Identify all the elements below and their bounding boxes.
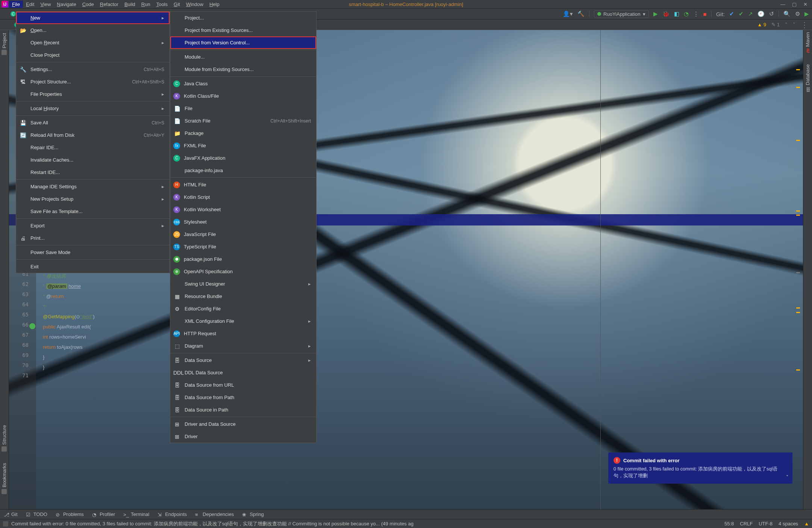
file-menu-save-file-as-template-[interactable]: Save File as Template... [16, 205, 170, 218]
file-menu-project-structure-[interactable]: 🏗Project Structure...Ctrl+Alt+Shift+S [16, 76, 170, 88]
new-menu-kotlin-script[interactable]: KKotlin Script [170, 191, 316, 203]
profile-button[interactable]: ◔ [684, 11, 689, 17]
file-menu-new[interactable]: New▸ [16, 12, 170, 24]
new-menu-project-[interactable]: Project... [170, 12, 316, 24]
new-menu-data-source-from-path[interactable]: 🗄Data Source from Path [170, 391, 316, 404]
file-menu-reload-all-from-disk[interactable]: 🔄Reload All from DiskCtrl+Alt+Y [16, 129, 170, 141]
debug-button[interactable]: 🐞 [662, 11, 670, 17]
file-menu-exit[interactable]: Exit [16, 260, 170, 273]
menu-tools[interactable]: Tools [153, 1, 171, 8]
file-menu-open-recent[interactable]: Open Recent▸ [16, 36, 170, 49]
new-menu-xml-configuration-file[interactable]: XML Configuration File▸ [170, 315, 316, 327]
file-menu-restart-ide-[interactable]: Restart IDE... [16, 166, 170, 179]
line-ending[interactable]: CRLF [740, 521, 753, 526]
git-history-button[interactable]: 🕘 [757, 11, 765, 17]
new-menu-typescript-file[interactable]: TSTypeScript File [170, 241, 316, 253]
new-submenu[interactable]: Project...Project from Existing Sources.… [170, 11, 317, 443]
warning-icon[interactable]: ▲ [804, 521, 809, 526]
chevron-up-icon[interactable]: ˄ [785, 22, 788, 27]
error-stripe[interactable] [796, 60, 800, 502]
tool-problems[interactable]: ⊘Problems [56, 511, 84, 517]
new-menu-scratch-file[interactable]: 📄Scratch FileCtrl+Alt+Shift+Insert [170, 115, 316, 127]
tool-structure[interactable]: Structure [2, 425, 7, 452]
tool-bookmarks[interactable]: Bookmarks [2, 463, 7, 494]
file-menu-file-properties[interactable]: File Properties▸ [16, 88, 170, 100]
git-revert-button[interactable]: ↺ [769, 11, 774, 17]
caret-position[interactable]: 55:8 [724, 521, 734, 526]
chevron-down-icon[interactable]: ˅ [786, 474, 789, 480]
file-menu-repair-ide-[interactable]: Repair IDE... [16, 141, 170, 154]
new-menu-stylesheet[interactable]: cssStylesheet [170, 216, 316, 228]
warnings-badge[interactable]: ▲ 9 [757, 22, 766, 27]
menu-help[interactable]: Help [206, 1, 223, 8]
settings-button[interactable]: ⚙ [795, 11, 800, 17]
close-button[interactable]: ✕ [803, 2, 807, 7]
new-menu-swing-ui-designer[interactable]: Swing UI Designer▸ [170, 278, 316, 290]
file-menu-power-save-mode[interactable]: Power Save Mode [16, 246, 170, 259]
play-services-icon[interactable]: ▶ [804, 11, 809, 17]
file-menu-close-project[interactable]: Close Project [16, 49, 170, 61]
tool-maven[interactable]: mMaven [805, 32, 810, 53]
new-menu-package-json-file[interactable]: ⬢package.json File [170, 253, 316, 265]
tool-database[interactable]: 🗄Database [805, 64, 810, 92]
file-menu-manage-ide-settings[interactable]: Manage IDE Settings▸ [16, 180, 170, 193]
git-update-button[interactable]: ✔ [729, 11, 734, 17]
file-menu-export[interactable]: Export▸ [16, 219, 170, 232]
new-menu-fxml-file[interactable]: fxFXML File [170, 139, 316, 152]
tabs-more-icon[interactable]: ⋮ [801, 20, 808, 29]
menu-edit[interactable]: Edit [23, 1, 37, 8]
more-run-icon[interactable]: ⋮ [693, 11, 699, 17]
new-menu-editorconfig-file[interactable]: ⚙EditorConfig File [170, 303, 316, 315]
new-menu-driver-and-data-source[interactable]: ⊞Driver and Data Source [170, 418, 316, 430]
git-push-button[interactable]: ↗ [748, 11, 753, 17]
search-button[interactable]: 🔍 [783, 11, 791, 17]
coverage-button[interactable]: ◧ [674, 11, 679, 17]
new-menu-diagram[interactable]: ⬚Diagram▸ [170, 340, 316, 352]
new-menu-html-file[interactable]: HHTML File [170, 179, 316, 191]
chevron-down-icon[interactable]: ˅ [793, 22, 795, 27]
encoding[interactable]: UTF-8 [759, 521, 773, 526]
gutter-mark-icon[interactable] [29, 323, 35, 329]
menu-window[interactable]: Window [183, 1, 206, 8]
file-menu-save-all[interactable]: 💾Save AllCtrl+S [16, 116, 170, 129]
new-menu-module-from-existing-sources-[interactable]: Module from Existing Sources... [170, 63, 316, 76]
new-menu-package-info-java[interactable]: package-info.java [170, 164, 316, 177]
tool-todo[interactable]: ☑TODO [26, 511, 47, 517]
menu-run[interactable]: Run [138, 1, 153, 8]
menu-view[interactable]: View [37, 1, 54, 8]
file-menu-local-history[interactable]: Local History▸ [16, 102, 170, 115]
new-menu-javascript-file[interactable]: JSJavaScript File [170, 228, 316, 241]
stop-button[interactable]: ■ [703, 11, 707, 17]
new-menu-package[interactable]: 📁Package [170, 127, 316, 139]
tool-project[interactable]: Project [2, 33, 7, 55]
file-menu-open-[interactable]: 📂Open... [16, 24, 170, 36]
indent[interactable]: 4 spaces [779, 521, 798, 526]
new-menu-openapi-specification[interactable]: ⊕OpenAPI Specification [170, 265, 316, 278]
new-menu-file[interactable]: 📄File [170, 102, 316, 115]
tool-profiler[interactable]: ◔Profiler [92, 511, 115, 517]
run-button[interactable]: ▶ [653, 11, 658, 17]
user-icon[interactable]: 👤▾ [563, 11, 573, 17]
menu-code[interactable]: Code [79, 1, 97, 8]
tool-spring[interactable]: ❀Spring [242, 511, 264, 517]
menu-git[interactable]: Git [171, 1, 183, 8]
build-button[interactable]: 🔨 [577, 11, 585, 17]
new-menu-resource-bundle[interactable]: ▦Resource Bundle [170, 290, 316, 303]
new-menu-java-class[interactable]: CJava Class [170, 77, 316, 90]
minimize-button[interactable]: — [780, 2, 785, 7]
tool-terminal[interactable]: >_Terminal [123, 511, 149, 517]
notification-commit-error[interactable]: ! Commit failed with error 0 file commit… [608, 452, 792, 484]
maximize-button[interactable]: ▢ [792, 2, 797, 7]
typos-badge[interactable]: ✎ 1 [771, 22, 780, 27]
new-menu-http-request[interactable]: APIHTTP Request [170, 327, 316, 340]
tool-git[interactable]: ⎇Git [4, 511, 18, 517]
git-commit-button[interactable]: ✔ [739, 11, 744, 17]
file-menu-settings-[interactable]: 🔧Settings...Ctrl+Alt+S [16, 63, 170, 76]
new-menu-data-source-in-path[interactable]: 🗄Data Source in Path [170, 404, 316, 416]
file-menu-new-projects-setup[interactable]: New Projects Setup▸ [16, 193, 170, 205]
menu-refactor[interactable]: Refactor [97, 1, 121, 8]
file-menu-invalidate-caches-[interactable]: Invalidate Caches... [16, 154, 170, 166]
file-menu[interactable]: New▸📂Open...Open Recent▸Close Project🔧Se… [16, 11, 170, 273]
new-menu-project-from-version-control-[interactable]: Project from Version Control... [170, 36, 316, 49]
menu-navigate[interactable]: Navigate [54, 1, 79, 8]
